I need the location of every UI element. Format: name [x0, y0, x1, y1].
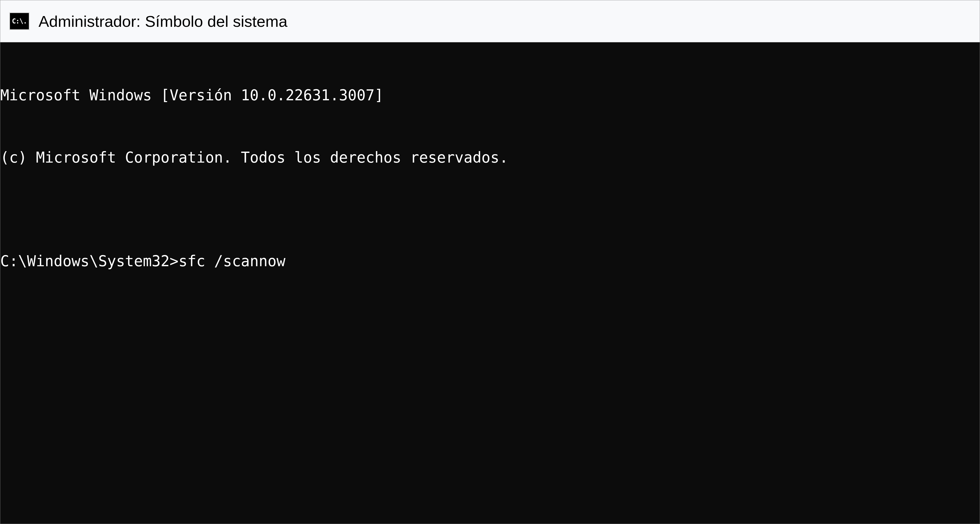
prompt-path: C:\Windows\System32>	[0, 251, 178, 272]
command-prompt-window: C:\. Administrador: Símbolo del sistema …	[0, 0, 980, 524]
window-titlebar[interactable]: C:\. Administrador: Símbolo del sistema	[0, 0, 980, 42]
terminal-output[interactable]: Microsoft Windows [Versión 10.0.22631.30…	[0, 42, 980, 524]
cmd-icon-label: C:\.	[12, 18, 27, 25]
window-title: Administrador: Símbolo del sistema	[38, 12, 287, 30]
command-input[interactable]: sfc /scannow	[178, 251, 285, 272]
cmd-icon: C:\.	[9, 12, 30, 30]
prompt-line: C:\Windows\System32>sfc /scannow	[0, 251, 980, 272]
copyright-line: (c) Microsoft Corporation. Todos los der…	[0, 147, 980, 168]
version-line: Microsoft Windows [Versión 10.0.22631.30…	[0, 85, 980, 106]
